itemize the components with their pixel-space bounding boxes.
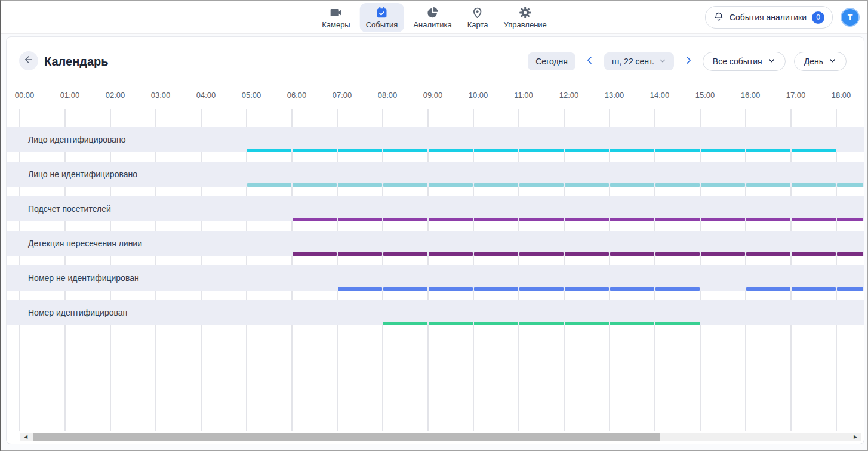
triangle-right-icon[interactable]: ▶ bbox=[851, 433, 860, 441]
event-bar-segment[interactable] bbox=[247, 149, 291, 152]
event-bar-segment[interactable] bbox=[701, 218, 745, 221]
prev-day-button[interactable] bbox=[584, 55, 596, 67]
event-bar-segment[interactable] bbox=[610, 252, 654, 256]
event-bar-segment[interactable] bbox=[610, 149, 654, 152]
event-bar-segment[interactable] bbox=[383, 287, 427, 291]
timeline-row-label: Лицо не идентифицировано bbox=[28, 169, 137, 179]
event-bar-segment[interactable] bbox=[655, 183, 700, 187]
event-bar-segment[interactable] bbox=[383, 218, 427, 221]
event-filter-dropdown[interactable]: Все события bbox=[703, 52, 786, 71]
event-bar-segment[interactable] bbox=[474, 322, 518, 325]
event-bar-segment[interactable] bbox=[474, 218, 518, 221]
view-mode-dropdown[interactable]: День bbox=[794, 52, 847, 71]
event-bar-segment[interactable] bbox=[383, 252, 427, 256]
event-bar-segment[interactable] bbox=[837, 252, 863, 256]
event-bar-segment[interactable] bbox=[519, 287, 564, 291]
event-bar-segment[interactable] bbox=[383, 149, 427, 152]
today-button[interactable]: Сегодня bbox=[528, 52, 575, 70]
event-bar-segment[interactable] bbox=[383, 322, 427, 325]
horizontal-scrollbar[interactable]: ◀ ▶ bbox=[20, 433, 861, 441]
event-bar-segment[interactable] bbox=[655, 218, 700, 221]
event-bar-segment[interactable] bbox=[792, 252, 836, 256]
main-nav: Камеры События bbox=[316, 1, 553, 34]
event-bar-segment[interactable] bbox=[837, 287, 863, 291]
event-bar-segment[interactable] bbox=[293, 218, 337, 221]
event-bar-segment[interactable] bbox=[519, 149, 564, 152]
event-bar-segment[interactable] bbox=[565, 149, 609, 152]
event-bar-segment[interactable] bbox=[792, 287, 836, 291]
event-bar-segment[interactable] bbox=[701, 252, 745, 256]
app-window: Камеры События bbox=[0, 0, 868, 451]
nav-item-management[interactable]: Управление bbox=[498, 3, 553, 32]
timeline-row-label: Подсчет посетителей bbox=[28, 204, 111, 214]
event-bar-segment[interactable] bbox=[792, 149, 836, 152]
event-bar-segment[interactable] bbox=[837, 218, 863, 221]
arrow-left-icon bbox=[23, 54, 34, 67]
nav-item-analytics[interactable]: Аналитика bbox=[407, 3, 457, 32]
event-bar-segment[interactable] bbox=[565, 218, 609, 221]
nav-label: Карта bbox=[467, 20, 488, 29]
next-day-button[interactable] bbox=[682, 55, 694, 67]
event-bar-segment[interactable] bbox=[792, 218, 836, 221]
event-bar-segment[interactable] bbox=[338, 252, 382, 256]
event-bar-segment[interactable] bbox=[565, 322, 609, 325]
event-bar-segment[interactable] bbox=[746, 252, 790, 256]
event-bar-segment[interactable] bbox=[247, 183, 291, 187]
event-bar-segment[interactable] bbox=[746, 149, 790, 152]
event-bar-segment[interactable] bbox=[429, 322, 473, 325]
event-bar-segment[interactable] bbox=[701, 183, 745, 187]
event-bar-segment[interactable] bbox=[338, 218, 382, 221]
event-bar-segment[interactable] bbox=[610, 322, 654, 325]
event-bar-segment[interactable] bbox=[474, 287, 518, 291]
triangle-left-icon[interactable]: ◀ bbox=[21, 433, 30, 441]
event-bar-segment[interactable] bbox=[338, 149, 382, 152]
event-bar-segment[interactable] bbox=[519, 218, 564, 221]
date-picker-button[interactable]: пт, 22 сент. bbox=[604, 52, 674, 70]
event-bar-segment[interactable] bbox=[837, 183, 863, 187]
notifications-count-badge: 0 bbox=[812, 11, 824, 24]
event-bar-segment[interactable] bbox=[610, 218, 654, 221]
event-bar-segment[interactable] bbox=[293, 149, 337, 152]
nav-item-map[interactable]: Карта bbox=[461, 3, 494, 32]
event-bar-segment[interactable] bbox=[474, 149, 518, 152]
scrollbar-thumb[interactable] bbox=[33, 433, 660, 441]
timeline-row-label: Лицо идентифицировано bbox=[28, 135, 126, 144]
event-bar-segment[interactable] bbox=[792, 183, 836, 187]
event-bar-segment[interactable] bbox=[610, 183, 654, 187]
hour-label: 01:00 bbox=[60, 91, 80, 100]
analytics-events-button[interactable]: События аналитики 0 bbox=[705, 6, 833, 29]
event-bar-segment[interactable] bbox=[746, 218, 790, 221]
event-bar-segment[interactable] bbox=[610, 287, 654, 291]
event-bar-segment[interactable] bbox=[655, 252, 700, 256]
user-avatar[interactable]: T bbox=[841, 8, 860, 27]
event-bar-segment[interactable] bbox=[655, 287, 700, 291]
event-bar-segment[interactable] bbox=[429, 149, 473, 152]
event-bar-segment[interactable] bbox=[293, 252, 337, 256]
back-button[interactable] bbox=[19, 51, 38, 70]
event-bar-segment[interactable] bbox=[338, 183, 382, 187]
event-bar-segment[interactable] bbox=[565, 252, 609, 256]
event-bar-segment[interactable] bbox=[701, 149, 745, 152]
event-bar-segment[interactable] bbox=[565, 183, 609, 187]
nav-item-events[interactable]: События bbox=[360, 3, 404, 32]
event-bar-segment[interactable] bbox=[429, 218, 473, 221]
event-bar-segment[interactable] bbox=[519, 252, 564, 256]
nav-item-cameras[interactable]: Камеры bbox=[316, 3, 356, 32]
event-bar-segment[interactable] bbox=[655, 322, 700, 325]
event-bar-segment[interactable] bbox=[474, 252, 518, 256]
event-bar-segment[interactable] bbox=[293, 183, 337, 187]
event-bar-segment[interactable] bbox=[565, 287, 609, 291]
event-bar-segment[interactable] bbox=[429, 287, 473, 291]
event-bar-segment[interactable] bbox=[519, 183, 564, 187]
event-bar-segment[interactable] bbox=[383, 183, 427, 187]
event-bar-segment[interactable] bbox=[519, 322, 564, 325]
event-bar-segment[interactable] bbox=[655, 149, 700, 152]
event-bar-segment[interactable] bbox=[429, 252, 473, 256]
event-bar-segment[interactable] bbox=[429, 183, 473, 187]
hour-label: 13:00 bbox=[605, 91, 624, 100]
event-bar-segment[interactable] bbox=[474, 183, 518, 187]
event-bar-segment[interactable] bbox=[338, 287, 382, 291]
event-bar-segment[interactable] bbox=[746, 287, 790, 291]
event-bar-segment[interactable] bbox=[746, 183, 790, 187]
gear-icon bbox=[519, 6, 532, 19]
